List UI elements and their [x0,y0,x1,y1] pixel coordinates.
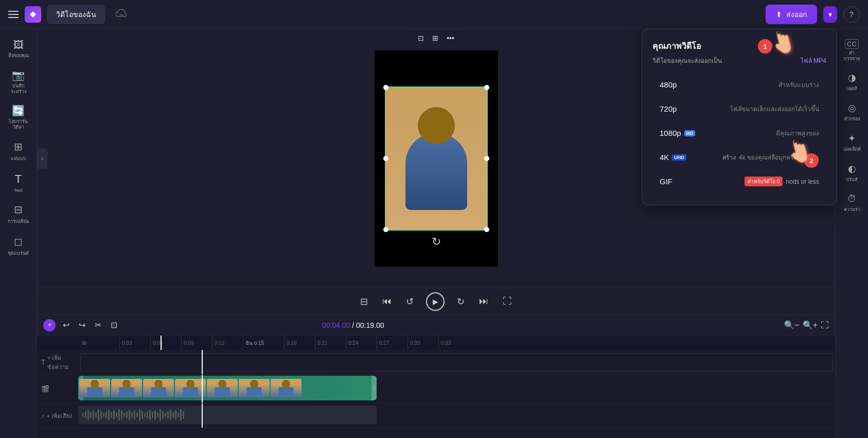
clip-handle-right[interactable]: ⋮ [371,376,377,400]
audio-clip[interactable] [78,406,377,424]
handle-tr[interactable] [484,85,489,90]
redo-button[interactable]: ↪ [77,318,87,332]
video-frame-bg [385,86,488,231]
text-icon: T [15,172,22,186]
clip-frame-3 [143,379,174,397]
fwd5-button[interactable]: ↻ [455,294,467,309]
sidebar-item-record[interactable]: 📷 บันทึกระสร้าง [3,65,34,99]
clip-frame-1 [79,379,110,397]
sidebar-item-brand[interactable]: ◻ ชุดแบรนด์ [3,231,34,261]
handle-bl[interactable] [383,227,388,232]
sidebar-item-templates[interactable]: ⊞ แม่แบบ [3,136,34,166]
quality-480p[interactable]: 480p สำหรับแบบร่าง [652,74,826,96]
video-canvas: ⊡ ⊞ ••• [375,50,498,267]
quality-720p[interactable]: 720p ไฟล์ขนาดเล็กและส่งออกได้เร็วขึ้น [652,98,826,120]
zoom-out-button[interactable]: 🔍− [784,320,799,330]
timeline: ✦ ↩ ↪ ✂ ⊡ 00:04.00 / 00:19.00 🔍− 🔍+ ⛶ [37,314,835,438]
right-item-color[interactable]: ◑ เฉดสี [839,68,865,96]
speed-label: ความรว [844,206,860,213]
prev-button[interactable]: ⏮ [380,294,394,309]
right-item-captions[interactable]: CC คำ บรรยาย [839,35,865,66]
resize-button[interactable]: ⊞ [430,33,440,43]
quality-1080p-desc: มีคุณภาพสูงของ [776,128,819,138]
video-frame: ↻ [385,86,488,231]
filter-label: ตัวกรอง [844,115,860,122]
sidebar-item-transitions[interactable]: ⊟ การเปลี่ยน [3,199,34,229]
export-dropdown-button[interactable]: ▾ [823,6,837,23]
back5-button[interactable]: ↺ [404,294,416,309]
audio-track-label: ♪ + เพิ่มเสียง [37,411,78,421]
ai-button[interactable]: ✦ [43,319,56,331]
help-button[interactable]: ? [843,6,860,23]
transitions-icon: ⊟ [14,203,23,216]
dropdown-title: คุณภาพวิดีโอ [652,40,826,52]
ruler-playhead [161,336,162,350]
ruler-mark-003: 0:03 [119,336,150,350]
clip-frame-6 [239,379,270,397]
quality-480p-desc: สำหรับแบบร่าง [778,80,819,90]
fit-button[interactable]: ⛶ [821,321,829,330]
collapse-left-button[interactable]: › [37,148,47,169]
video-track: 🎬 ⋮ [37,375,835,404]
fullscreen-button[interactable]: ⛶ [501,294,514,309]
menu-button[interactable] [8,11,19,18]
export-upload-icon: ⬆ [776,10,782,19]
more-button[interactable]: ••• [445,33,456,43]
right-item-effects[interactable]: ✦ เอฟเฟ็กต์ [839,129,865,157]
handle-br[interactable] [484,227,489,232]
text-track: T + เพิ่มข้อความ [37,350,835,375]
audio-track-content [78,404,835,428]
rotate-icon[interactable]: ↻ [432,235,441,249]
ruler-mark-012: 0:12 [212,336,243,350]
timeline-tracks: T + เพิ่มข้อความ 🎬 [37,350,835,438]
ruler-mark-021: 0:21 [315,336,346,350]
captions-icon: CC [845,39,859,49]
text-track-icon: T [41,358,45,366]
text-track-label: T + เพิ่มข้อความ [37,353,78,372]
color-label: เฉดสี [846,85,857,92]
text-add-area[interactable] [80,353,833,372]
playback-controls: ⊟ ⏮ ↺ ▶ ↻ ⏭ ⛶ [37,288,835,314]
handle-ml[interactable] [383,156,388,161]
export-label: ส่งออก [786,9,807,20]
sidebar-item-media[interactable]: 🖼 สื่อของคุณ [3,35,34,63]
quality-gif-desc: สำหรับวิดีโอ 0 nods or less [745,177,819,186]
ruler-mark-009: 0:09 [181,336,212,350]
video-clip[interactable]: ⋮ ⋮ [78,376,377,400]
zoom-in-button[interactable]: 🔍+ [803,320,818,330]
text-track-playhead [202,350,203,374]
effects-icon: ✦ [848,133,856,144]
hd-badge: HD [684,130,695,136]
handle-mr[interactable] [484,156,489,161]
quality-720p-name: 720p [660,104,677,113]
right-item-filter[interactable]: ◎ ตัวกรอง [839,98,865,127]
audio-track-playhead [202,404,203,428]
adjust-icon: ◐ [848,163,856,174]
project-title[interactable]: วิดีโอของฉัน [47,5,105,24]
cut-button[interactable]: ✂ [93,318,103,332]
ruler-mark-030: 0:30 [408,336,438,350]
play-button[interactable]: ▶ [426,292,445,311]
quality-gif[interactable]: GIF สำหรับวิดีโอ 0 nods or less [652,170,826,192]
audio-waveform [82,409,184,421]
text-track-add-btn[interactable]: + เพิ่มข้อความ [47,353,74,372]
app-logo [25,6,41,23]
text-track-content [78,350,835,374]
speed-icon: ⏱ [847,194,857,204]
thumbnail-toggle-button[interactable]: ⊟ [358,294,370,309]
timeline-ruler: lo 0:03 0:06 0:09 0:12 ฉัน o:15 0:18 0:2… [37,336,835,350]
screenshot-button[interactable]: ⊡ [109,318,119,332]
right-item-speed[interactable]: ⏱ ความรว [839,189,865,217]
export-button[interactable]: ⬆ ส่งออก [766,5,817,24]
sidebar-item-text[interactable]: T Text [3,168,34,197]
right-item-adjust[interactable]: ◐ ปรับสี [839,159,865,187]
sidebar-item-library[interactable]: 🔄 ไอบรารั่นวีดีหา [3,100,34,134]
crop-button[interactable]: ⊡ [416,33,426,43]
undo-button[interactable]: ↩ [61,318,72,332]
next-button[interactable]: ⏭ [477,294,490,309]
current-time: 00:04.00 [322,321,350,329]
handle-tl[interactable] [383,85,388,90]
sidebar-item-brand-label: ชุดแบรนด์ [8,250,29,257]
dropdown-subtitle-left: วิดีโอของคุณจะส่งออกเป็น [652,56,722,65]
audio-track-add-btn[interactable]: + เพิ่มเสียง [47,411,72,421]
